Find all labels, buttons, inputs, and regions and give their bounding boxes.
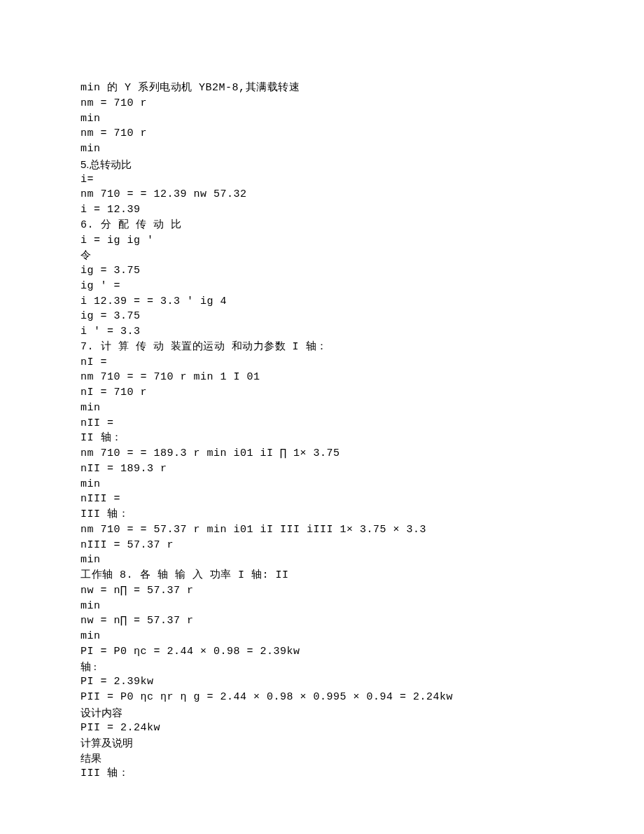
text-line: min <box>80 552 564 568</box>
text-line: min <box>80 599 564 614</box>
text-line: nw = n∏ = 57.37 r <box>80 583 564 599</box>
text-line: min <box>80 111 564 127</box>
text-line: 结果 <box>80 751 564 766</box>
text-line: ig = 3.75 <box>80 309 564 324</box>
text-line: 令 <box>80 248 564 263</box>
text-line: nm = 710 r <box>80 96 564 111</box>
text-line: 6. 分 配 传 动 比 <box>80 218 564 233</box>
text-line: 5.总转动比 <box>80 157 564 172</box>
text-line: nIII = 57.37 r <box>80 538 564 553</box>
text-line: PII = 2.24kw <box>80 721 564 736</box>
text-line: 轴 : <box>80 660 564 675</box>
text-line: PI = P0 ηc = 2.44 × 0.98 = 2.39kw <box>80 644 564 660</box>
text-line: 计算及说明 <box>80 735 564 751</box>
text-line: nm 710 = = 12.39 nw 57.32 <box>80 187 564 202</box>
text-line: min <box>80 401 564 416</box>
text-line: II 轴： <box>80 431 564 446</box>
text-line: PI = 2.39kw <box>80 674 564 690</box>
text-line: 7. 计 算 传 动 装置的运动 和动力参数 I 轴： <box>80 340 564 355</box>
text-line: nI = 710 r <box>80 385 564 401</box>
text-line: nm 710 = = 189.3 r min i01 iI ∏ 1× 3.75 <box>80 446 564 461</box>
text-line: nm 710 = = 57.37 r min i01 iI III iIII 1… <box>80 522 564 538</box>
text-line: III 轴： <box>80 766 564 781</box>
text-line: nm 710 = = 710 r min 1 I 01 <box>80 370 564 385</box>
text-line: ig ' = <box>80 279 564 294</box>
text-line: i = ig ig ' <box>80 233 564 249</box>
text-line: min 的 Y 系列电动机 YB2M-8,其满载转速 <box>80 81 564 96</box>
text-line: nw = n∏ = 57.37 r <box>80 613 564 629</box>
text-line: nm = 710 r <box>80 126 564 141</box>
document-body: min 的 Y 系列电动机 YB2M-8,其满载转速nm = 710 rminn… <box>80 81 564 781</box>
text-line: min <box>80 477 564 492</box>
text-line: nI = <box>80 355 564 370</box>
text-line: i= <box>80 172 564 188</box>
text-line: 工作轴 8. 各 轴 输 入 功率 I 轴: II <box>80 568 564 583</box>
text-line: min <box>80 141 564 157</box>
text-line: i = 12.39 <box>80 202 564 218</box>
text-line: nII = <box>80 416 564 431</box>
text-line: i ' = 3.3 <box>80 324 564 340</box>
text-line: nIII = <box>80 492 564 507</box>
text-line: min <box>80 629 564 644</box>
text-line: 设计内容 <box>80 705 564 721</box>
text-line: nII = 189.3 r <box>80 461 564 477</box>
text-line: ig = 3.75 <box>80 263 564 279</box>
text-line: PII = P0 ηc ηr η g = 2.44 × 0.98 × 0.995… <box>80 690 564 705</box>
text-line: i 12.39 = = 3.3 ' ig 4 <box>80 294 564 310</box>
text-line: III 轴： <box>80 507 564 522</box>
